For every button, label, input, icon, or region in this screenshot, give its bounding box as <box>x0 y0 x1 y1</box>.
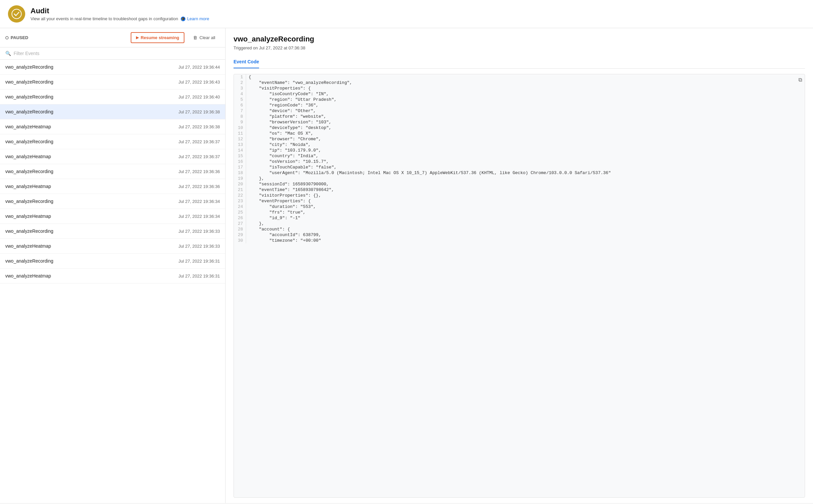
code-line: 18 "userAgent": "Mozilla/5.0 (Macintosh;… <box>234 170 805 176</box>
code-line: 5 "region": "Uttar Pradesh", <box>234 97 805 102</box>
code-table: 1 { 2 "eventName": "vwo_analyzeRecording… <box>234 74 805 243</box>
resume-streaming-button[interactable]: ▶ Resume streaming <box>131 32 184 43</box>
line-number: 21 <box>234 187 246 193</box>
event-row[interactable]: vwo_analyzeHeatmap Jul 27, 2022 19:36:37 <box>0 149 225 164</box>
paused-label: PAUSED <box>11 35 28 40</box>
event-time: Jul 27, 2022 19:36:34 <box>178 214 220 219</box>
code-area: ⧉ 1 { 2 "eventName": "vwo_analyzeRecordi… <box>233 74 805 498</box>
event-row[interactable]: vwo_analyzeHeatmap Jul 27, 2022 19:36:36 <box>0 179 225 194</box>
code-line: 7 "device": "Other", <box>234 108 805 114</box>
line-code: "osVersion": "10.15.7", <box>246 159 805 164</box>
line-code: "accountId": 638799, <box>246 232 805 238</box>
line-code: "timezone": "+00:00" <box>246 238 805 243</box>
page-header: Audit View all your events in real-time … <box>0 0 813 28</box>
line-number: 18 <box>234 170 246 176</box>
line-code: "isoCountryCode": "IN", <box>246 91 805 97</box>
event-row[interactable]: vwo_analyzeRecording Jul 27, 2022 19:36:… <box>0 60 225 75</box>
line-code: "account": { <box>246 226 805 232</box>
line-code: "visitorProperties": {}, <box>246 193 805 198</box>
code-line: 1 { <box>234 74 805 80</box>
event-row[interactable]: vwo_analyzeRecording Jul 27, 2022 19:36:… <box>0 75 225 90</box>
line-number: 19 <box>234 176 246 181</box>
event-time: Jul 27, 2022 19:36:38 <box>178 109 220 114</box>
line-code: { <box>246 74 805 80</box>
event-row[interactable]: vwo_analyzeRecording Jul 27, 2022 19:36:… <box>0 104 225 119</box>
event-row[interactable]: vwo_analyzeHeatmap Jul 27, 2022 19:36:31 <box>0 269 225 283</box>
line-code: "isTouchCapable": "false", <box>246 164 805 170</box>
line-number: 17 <box>234 164 246 170</box>
graduation-icon: 🎓 <box>181 17 185 21</box>
event-row[interactable]: vwo_analyzeHeatmap Jul 27, 2022 19:36:34 <box>0 209 225 224</box>
code-line: 8 "platform": "website", <box>234 114 805 119</box>
line-code: "country": "India", <box>246 153 805 159</box>
line-code: "ip": "103.179.9.0", <box>246 148 805 153</box>
event-row[interactable]: vwo_analyzeRecording Jul 27, 2022 19:36:… <box>0 254 225 269</box>
line-code: "regionCode": "36", <box>246 102 805 108</box>
code-line: 24 "duration": "553", <box>234 204 805 210</box>
event-time: Jul 27, 2022 19:36:33 <box>178 244 220 249</box>
event-time: Jul 27, 2022 19:36:33 <box>178 229 220 234</box>
line-number: 16 <box>234 159 246 164</box>
line-code: }, <box>246 176 805 181</box>
line-code: "eventTime": "1658930798642", <box>246 187 805 193</box>
event-row[interactable]: vwo_analyzeRecording Jul 27, 2022 19:36:… <box>0 224 225 239</box>
tab-event-code[interactable]: Event Code <box>233 56 259 68</box>
clear-all-button[interactable]: 🗑 Clear all <box>188 33 220 42</box>
code-line: 15 "country": "India", <box>234 153 805 159</box>
code-line: 13 "city": "Noida", <box>234 142 805 148</box>
event-row[interactable]: vwo_analyzeRecording Jul 27, 2022 19:36:… <box>0 90 225 104</box>
detail-event-name: vwo_analyzeRecording <box>233 35 805 43</box>
event-row[interactable]: vwo_analyzeRecording Jul 27, 2022 19:36:… <box>0 164 225 179</box>
paused-indicator: PAUSED <box>5 35 28 40</box>
filter-events-input[interactable] <box>14 51 220 56</box>
line-code: "browser": "Chrome", <box>246 136 805 142</box>
code-line: 23 "eventProperties": { <box>234 198 805 204</box>
detail-triggered: Triggered on Jul 27, 2022 at 07:36:38 <box>233 45 805 50</box>
detail-tabs: Event Code <box>233 56 805 69</box>
event-row[interactable]: vwo_analyzeRecording Jul 27, 2022 19:36:… <box>0 194 225 209</box>
event-row[interactable]: vwo_analyzeHeatmap Jul 27, 2022 19:36:33 <box>0 239 225 254</box>
trash-icon: 🗑 <box>193 35 197 40</box>
code-line: 12 "browser": "Chrome", <box>234 136 805 142</box>
line-number: 22 <box>234 193 246 198</box>
line-code: "id_9": "-1" <box>246 215 805 221</box>
line-code: "region": "Uttar Pradesh", <box>246 97 805 102</box>
code-line: 29 "accountId": 638799, <box>234 232 805 238</box>
code-line: 22 "visitorProperties": {}, <box>234 193 805 198</box>
code-line: 27 }, <box>234 221 805 226</box>
event-name: vwo_analyzeRecording <box>5 169 53 174</box>
event-name: vwo_analyzeRecording <box>5 258 53 264</box>
learn-more-link[interactable]: 🎓 Learn more <box>181 16 209 21</box>
line-code: "os": "Mac OS X", <box>246 131 805 136</box>
main-layout: PAUSED ▶ Resume streaming 🗑 Clear all 🔍 … <box>0 28 813 503</box>
detail-header: vwo_analyzeRecording Triggered on Jul 27… <box>225 28 813 50</box>
line-number: 26 <box>234 215 246 221</box>
line-number: 2 <box>234 80 246 86</box>
line-number: 13 <box>234 142 246 148</box>
code-line: 4 "isoCountryCode": "IN", <box>234 91 805 97</box>
code-line: 3 "visitProperties": { <box>234 86 805 91</box>
line-code: "sessionId": 1658930790000, <box>246 181 805 187</box>
event-name: vwo_analyzeHeatmap <box>5 273 51 279</box>
header-text: Audit View all your events in real-time … <box>31 7 209 22</box>
event-time: Jul 27, 2022 19:36:36 <box>178 169 220 174</box>
event-name: vwo_analyzeRecording <box>5 228 53 234</box>
toolbar: PAUSED ▶ Resume streaming 🗑 Clear all <box>0 28 225 47</box>
line-number: 25 <box>234 210 246 215</box>
filter-bar: 🔍 <box>0 47 225 60</box>
line-number: 12 <box>234 136 246 142</box>
event-time: Jul 27, 2022 19:36:36 <box>178 184 220 189</box>
line-number: 3 <box>234 86 246 91</box>
line-code: "visitProperties": { <box>246 86 805 91</box>
event-row[interactable]: vwo_analyzeRecording Jul 27, 2022 19:36:… <box>0 134 225 149</box>
code-line: 16 "osVersion": "10.15.7", <box>234 159 805 164</box>
event-time: Jul 27, 2022 19:36:37 <box>178 154 220 159</box>
page-subtitle: View all your events in real-time timeli… <box>31 16 209 22</box>
code-line: 19 }, <box>234 176 805 181</box>
line-number: 28 <box>234 226 246 232</box>
copy-button[interactable]: ⧉ <box>798 77 802 83</box>
event-name: vwo_analyzeRecording <box>5 64 53 70</box>
line-code: "deviceType": "desktop", <box>246 125 805 131</box>
event-row[interactable]: vwo_analyzeHeatmap Jul 27, 2022 19:36:38 <box>0 119 225 134</box>
event-time: Jul 27, 2022 19:36:44 <box>178 65 220 70</box>
